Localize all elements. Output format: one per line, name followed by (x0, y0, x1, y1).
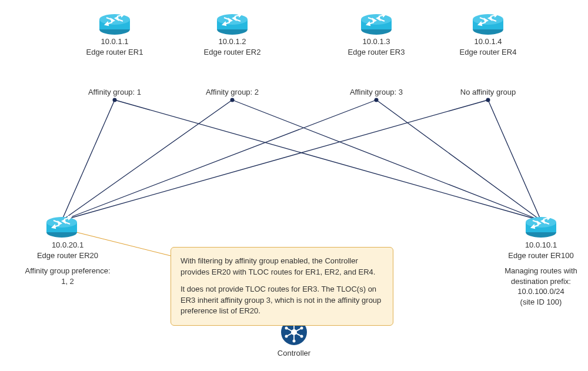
svg-point-34 (230, 98, 235, 102)
links-er20 (62, 100, 488, 220)
svg-line-30 (232, 100, 541, 220)
er2-label: 10.0.1.2 Edge router ER2 (197, 36, 268, 57)
er1-affinity: Affinity group: 1 (76, 87, 153, 98)
svg-line-29 (115, 100, 541, 220)
svg-line-28 (62, 100, 488, 220)
affinity-points (113, 98, 490, 102)
svg-point-35 (375, 98, 379, 102)
router-icon (99, 14, 130, 35)
router-icon (473, 14, 503, 35)
router-icon (217, 14, 248, 35)
svg-point-33 (113, 98, 117, 102)
callout-box: With filtering by affinity group enabled… (171, 247, 393, 326)
router-icon (361, 14, 392, 35)
er20-pref: Affinity group preference: 1, 2 (15, 266, 121, 286)
svg-point-36 (486, 98, 490, 102)
er100-label: 10.0.10.1 Edge router ER100 (500, 240, 582, 260)
svg-line-32 (488, 100, 541, 220)
er4-affinity: No affinity group (450, 87, 526, 98)
er100-routes: Managing routes with destination prefix:… (494, 266, 588, 307)
svg-line-26 (62, 100, 232, 220)
callout-p1: With filtering by affinity group enabled… (181, 256, 383, 278)
er20-label: 10.0.20.1 Edge router ER20 (21, 240, 115, 260)
er1-label: 10.0.1.1 Edge router ER1 (79, 36, 150, 57)
er3-label: 10.0.1.3 Edge router ER3 (341, 36, 412, 57)
svg-line-25 (62, 100, 115, 220)
er2-affinity: Affinity group: 2 (194, 87, 270, 98)
callout-p2: It does not provide TLOC routes for ER3.… (181, 284, 383, 317)
router-icon (46, 216, 77, 238)
svg-line-31 (376, 100, 541, 220)
er4-label: 10.0.1.4 Edge router ER4 (453, 36, 523, 57)
links-er100 (115, 100, 541, 220)
controller-label: Controller (265, 348, 323, 359)
router-icon (526, 216, 556, 238)
er3-affinity: Affinity group: 3 (338, 87, 415, 98)
